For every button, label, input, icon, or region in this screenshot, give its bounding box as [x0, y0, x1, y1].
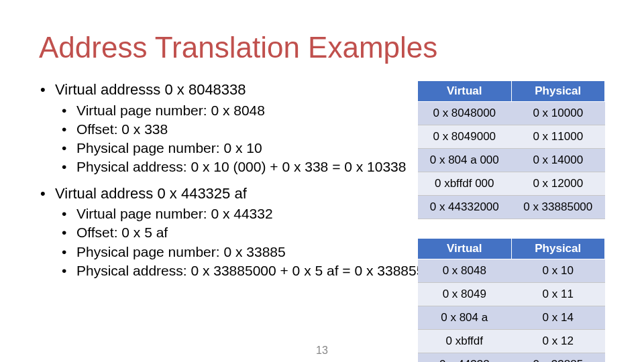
- list-item-text: Virtual page number: 0 x 8048: [76, 102, 265, 119]
- cell: 0 x 14: [511, 306, 605, 330]
- bullet-icon: [62, 102, 76, 119]
- table-row: 0 x 8049 0 x 11: [418, 283, 605, 306]
- list-item-text: Offset: 0 x 338: [76, 121, 168, 138]
- slide-body: Virtual addresss 0 x 8048338 Virtual pag…: [39, 80, 605, 280]
- slide-title: Address Translation Examples: [39, 32, 605, 63]
- table-row: 0 x 44332 0 x 33885: [418, 353, 605, 362]
- list-item-text: Offset: 0 x 5 af: [76, 224, 168, 241]
- cell: 0 x 44332: [418, 353, 512, 362]
- table-row: 0 x 8049000 0 x 11000: [418, 125, 605, 149]
- cell: 0 xbffdf: [418, 330, 512, 353]
- bullet-icon: [62, 139, 76, 157]
- list-item-text: Physical address: 0 x 10 (000) + 0 x 338…: [76, 158, 406, 176]
- bullet-icon: [62, 158, 76, 176]
- column-header: Virtual: [418, 81, 512, 102]
- cell: 0 x 14000: [511, 149, 605, 172]
- tables-container: Virtual Physical 0 x 8048000 0 x 10000 0…: [417, 80, 605, 362]
- cell: 0 x 44332000: [418, 196, 512, 219]
- table-row: 0 x 804 a 000 0 x 14000: [418, 149, 605, 172]
- cell: 0 x 8049: [418, 283, 512, 306]
- cell: 0 x 11000: [511, 125, 605, 149]
- bullet-icon: [62, 121, 76, 138]
- table-row: 0 x 44332000 0 x 33885000: [418, 196, 605, 219]
- cell: 0 x 804 a: [418, 306, 512, 330]
- table-row: 0 xbffdf 000 0 x 12000: [418, 172, 605, 196]
- cell: 0 x 12000: [511, 172, 605, 196]
- cell: 0 x 8048: [418, 259, 512, 283]
- cell: 0 x 8048000: [418, 102, 512, 125]
- table-row: 0 x 8048000 0 x 10000: [418, 102, 605, 125]
- cell: 0 x 804 a 000: [418, 149, 512, 172]
- cell: 0 x 10000: [511, 102, 605, 125]
- cell: 0 x 8049000: [418, 125, 512, 149]
- bullet-icon: [62, 224, 76, 241]
- list-item-text: Physical page number: 0 x 10: [76, 139, 262, 157]
- column-header: Physical: [511, 81, 605, 102]
- bullet-icon: [62, 243, 76, 261]
- list-item-text: Physical address: 0 x 33885000 + 0 x 5 a…: [76, 262, 440, 280]
- list-item-text: Physical page number: 0 x 33885: [76, 243, 286, 261]
- bullet-icon: [39, 184, 55, 203]
- cell: 0 x 11: [511, 283, 605, 306]
- bullet-icon: [39, 80, 55, 99]
- bullet-icon: [62, 262, 76, 280]
- cell: 0 x 33885000: [511, 196, 605, 219]
- bullet-icon: [62, 205, 76, 223]
- cell: 0 x 12: [511, 330, 605, 353]
- section-heading-text: Virtual addresss 0 x 8048338: [55, 80, 246, 99]
- table-row: 0 x 8048 0 x 10: [418, 259, 605, 283]
- column-header: Virtual: [418, 239, 512, 259]
- list-item-text: Virtual page number: 0 x 44332: [76, 205, 273, 223]
- address-map-table-1: Virtual Physical 0 x 8048000 0 x 10000 0…: [417, 80, 605, 219]
- cell: 0 x 10: [511, 259, 605, 283]
- section-heading-text: Virtual address 0 x 443325 af: [55, 184, 247, 203]
- cell: 0 x 33885: [511, 353, 605, 362]
- cell: 0 xbffdf 000: [418, 172, 512, 196]
- table-row: 0 x 804 a 0 x 14: [418, 306, 605, 330]
- address-map-table-2: Virtual Physical 0 x 8048 0 x 10 0 x 804…: [417, 238, 605, 362]
- slide: Address Translation Examples Virtual add…: [0, 0, 644, 362]
- column-header: Physical: [511, 239, 605, 259]
- table-row: 0 xbffdf 0 x 12: [418, 330, 605, 353]
- page-number: 13: [316, 345, 328, 357]
